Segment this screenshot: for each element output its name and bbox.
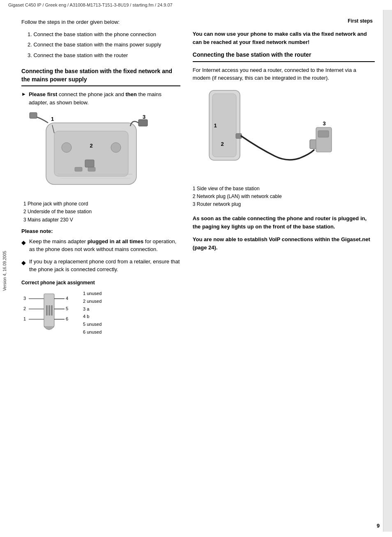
left-column: Follow the steps in the order given belo… (9, 14, 189, 528)
svg-rect-38 (318, 131, 329, 137)
steps-list: 1. Connect the base station with the pho… (21, 30, 180, 60)
diagram2-captions: 1 Side view of the base station 2 Networ… (193, 185, 375, 209)
diamond-icon-2: ◆ (21, 258, 26, 274)
bold-paragraph-2: You are now able to establish VoIP conne… (193, 235, 375, 251)
svg-text:3: 3 (143, 114, 145, 120)
svg-text:1: 1 (51, 116, 54, 122)
jack-diagram: 3 2 1 (21, 290, 180, 336)
bullet-text-2: If you buy a replacement phone cord from… (29, 258, 180, 274)
svg-rect-4 (85, 160, 94, 167)
section2-heading: Connecting the base station with the rou… (193, 51, 375, 59)
version-label: Version 4, 16.09.2005 (0, 10, 9, 532)
intro-text: Follow the steps in the order given belo… (21, 18, 180, 26)
caption-3: 3 Mains adapter 230 V (21, 216, 180, 224)
instruction-text: Please first connect the phone jack and … (29, 90, 180, 106)
step-1: 1. Connect the base station with the pho… (21, 30, 180, 39)
right-header: First steps (193, 18, 375, 24)
svg-text:1: 1 (214, 122, 217, 129)
page-number: 9 (377, 523, 380, 529)
please-note-heading: Please note: (21, 228, 180, 234)
right-column: First steps You can now use your phone t… (189, 14, 383, 528)
right-caption-2: 2 Network plug (LAN) with network cable (193, 193, 375, 201)
page-header: Gigaset C450 IP / Greek eng / A31008-M17… (0, 0, 392, 10)
caption-2: 2 Underside of the base station (21, 208, 180, 216)
jack-legend: 1 unused 2 unused 3 a 4 b 5 unused 6 unu… (83, 290, 101, 336)
caption-1: 1 Phone jack with phone cord (21, 200, 180, 208)
jack-svg: 3 2 1 (21, 290, 75, 336)
section1-heading: Connecting the base station with the fix… (21, 67, 180, 83)
svg-rect-5 (75, 167, 82, 171)
bullet-text-1: Keep the mains adapter plugged in at all… (29, 237, 180, 254)
diamond-icon-1: ◆ (21, 238, 26, 254)
diagram2-svg: 1 2 3 (193, 86, 332, 177)
svg-text:5: 5 (66, 306, 68, 311)
diagram2: 1 2 3 (193, 86, 375, 181)
svg-text:4: 4 (66, 296, 68, 301)
svg-text:3: 3 (23, 296, 26, 301)
diagram1-svg: 1 2 3 (21, 111, 157, 197)
bullet-item-2: ◆ If you buy a replacement phone cord fr… (21, 258, 180, 274)
section2-intro: For Internet access you need a router, c… (193, 66, 375, 82)
svg-text:2: 2 (23, 306, 26, 311)
svg-rect-23 (48, 305, 50, 316)
svg-rect-6 (88, 167, 95, 171)
diagram1-captions: 1 Phone jack with phone cord 2 Underside… (21, 200, 180, 224)
svg-point-3 (111, 143, 121, 152)
bullet-item-1: ◆ Keep the mains adapter plugged in at a… (21, 237, 180, 254)
triangle-icon: ► (21, 90, 26, 106)
svg-text:2: 2 (90, 143, 92, 149)
svg-text:1: 1 (23, 316, 26, 321)
diagram1: 1 2 3 (21, 111, 180, 197)
right-sidebar-bar (383, 10, 392, 532)
svg-text:6: 6 (66, 316, 68, 321)
right-caption-3: 3 Router network plug (193, 201, 375, 208)
svg-rect-12 (138, 120, 148, 126)
svg-rect-22 (46, 305, 48, 316)
svg-text:2: 2 (221, 141, 224, 147)
right-caption-1: 1 Side view of the base station (193, 185, 375, 193)
phone-jack-heading: Correct phone jack assignment (21, 280, 180, 286)
instruction-item: ► Please first connect the phone jack an… (21, 90, 180, 106)
section1-divider (21, 85, 180, 86)
svg-rect-24 (51, 305, 53, 316)
svg-text:3: 3 (323, 120, 325, 127)
bold-paragraph-1: As soon as the cable connecting the phon… (193, 214, 375, 230)
svg-point-2 (62, 143, 71, 152)
step-3: 3. Connect the base station with the rou… (21, 51, 180, 60)
step-2: 2. Connect the base station with the mai… (21, 41, 180, 49)
header-text: Gigaset C450 IP / Greek eng / A31008-M17… (8, 2, 173, 7)
callout-bold: You can now use your phone to make calls… (193, 30, 375, 46)
svg-rect-9 (30, 113, 37, 118)
phone-jack-section: Correct phone jack assignment 3 2 1 (21, 280, 180, 336)
section2-divider (193, 61, 375, 62)
